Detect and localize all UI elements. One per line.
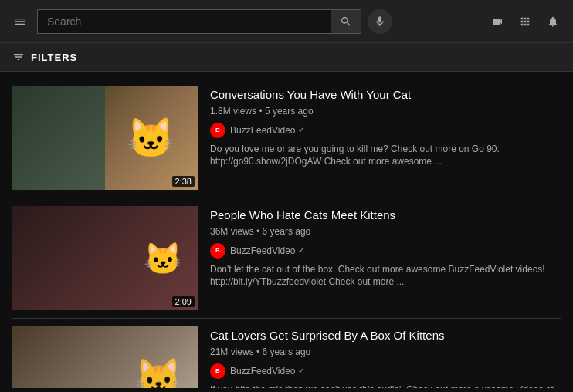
thumbnail-2[interactable]: 2:09 [12,206,198,310]
video-meta-3: 21M views • 6 years ago [210,346,561,357]
video-info-2: People Who Hate Cats Meet Kittens 36M vi… [210,206,561,289]
thumbnail-1[interactable]: 2:38 [12,86,198,190]
search-button[interactable] [331,9,361,34]
upload-button[interactable] [487,11,508,32]
video-description-3: If you bite the mic then we can't use th… [210,384,561,389]
video-title-2[interactable]: People Who Hate Cats Meet Kittens [210,208,561,223]
video-meta-1: 1.8M views • 5 years ago [210,106,561,117]
search-icon [340,15,352,28]
header-right [487,11,564,32]
header [0,0,573,43]
list-item: 2:38 Conversations You Have With Your Ca… [0,78,573,198]
channel-row-1: B BuzzFeedVideo ✓ [210,123,561,138]
verified-icon-3: ✓ [298,367,304,375]
channel-name-1[interactable]: BuzzFeedVideo ✓ [230,125,304,136]
video-title-3[interactable]: Cat Lovers Get Surprised By A Box Of Kit… [210,328,561,343]
search-input[interactable] [37,9,331,34]
main-content: 2:38 Conversations You Have With Your Ca… [0,72,573,388]
list-item: 2:09 People Who Hate Cats Meet Kittens 3… [0,198,573,318]
video-description-2: Don't let the cat out of the box. Check … [210,263,561,289]
channel-avatar-1: B [210,123,225,138]
duration-badge-2: 2:09 [172,296,195,307]
search-container [37,9,392,34]
notifications-button[interactable] [542,11,564,32]
list-item: 1:53 Cat Lovers Get Surprised By A Box O… [0,319,573,388]
channel-row-3: B BuzzFeedVideo ✓ [210,363,561,379]
channel-avatar-3: B [210,363,225,379]
apps-button[interactable] [514,11,536,32]
filters-bar: FILTERS [0,43,573,72]
microphone-icon [374,15,386,28]
duration-badge-1: 2:38 [172,176,195,187]
channel-row-2: B BuzzFeedVideo ✓ [210,243,561,259]
video-title-1[interactable]: Conversations You Have With Your Cat [210,87,561,103]
channel-avatar-2: B [210,243,225,259]
verified-icon-1: ✓ [298,126,304,134]
filters-icon [12,51,25,63]
video-description-1: Do you love me or are you going to kill … [210,143,561,169]
video-info-1: Conversations You Have With Your Cat 1.8… [210,86,561,168]
header-left [9,11,31,32]
voice-search-button[interactable] [368,9,392,34]
thumbnail-image-3 [12,326,198,388]
video-info-3: Cat Lovers Get Surprised By A Box Of Kit… [210,326,561,388]
thumbnail-3[interactable]: 1:53 [12,326,198,388]
thumbnail-image-2 [12,206,198,310]
bell-icon [547,15,559,28]
channel-name-3[interactable]: BuzzFeedVideo ✓ [230,366,304,377]
channel-name-2[interactable]: BuzzFeedVideo ✓ [230,245,304,256]
verified-icon-2: ✓ [298,246,304,255]
filters-label[interactable]: FILTERS [31,52,77,63]
hamburger-icon [14,15,26,28]
apps-icon [519,15,531,28]
thumbnail-image-1 [12,86,198,190]
hamburger-button[interactable] [9,11,31,32]
upload-icon [491,15,503,28]
video-meta-2: 36M views • 6 years ago [210,226,561,237]
